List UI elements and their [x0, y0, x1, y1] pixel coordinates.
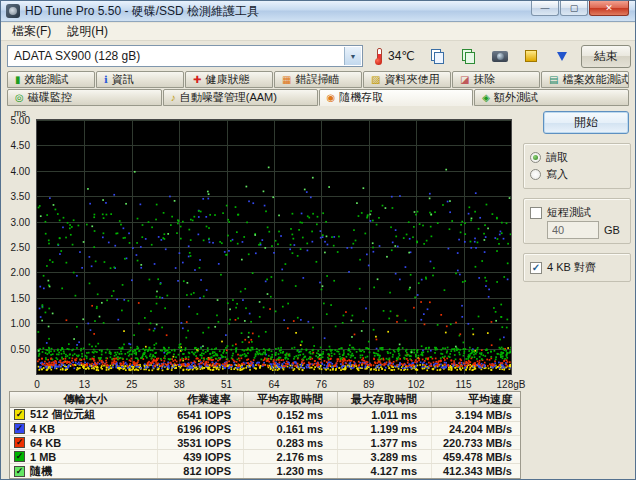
short-test-unit-label: GB: [604, 224, 620, 236]
read-option[interactable]: 讀取: [530, 149, 624, 166]
max-access-cell: 1.011 ms: [338, 408, 432, 421]
read-label: 讀取: [546, 150, 568, 165]
aam-icon: ♪: [171, 93, 176, 103]
avg-speed-cell: 24.204 MB/s: [432, 422, 520, 435]
avg-speed-cell: 412.343 MB/s: [432, 464, 520, 478]
max-access-cell: 4.127 ms: [338, 464, 432, 478]
header-max-access: 最大存取時間: [338, 392, 432, 407]
short-test-checkbox[interactable]: ✓: [530, 207, 542, 219]
header-ops-rate: 作業速率: [158, 392, 244, 407]
transfer-size-cell: ✓ 4 KB: [10, 422, 158, 435]
tab-row-1: ▮ 效能測試 ℹ 資訊 ✚ 健康狀態 ▦ 錯誤掃瞄 ▨ 資料夾使用 ◪ 抹除 ▤…: [7, 71, 629, 88]
file-benchmark-icon: ▤: [549, 75, 558, 85]
random-access-icon: ◉: [327, 93, 336, 103]
align-option[interactable]: ✓ 4 KB 對齊: [530, 259, 624, 276]
tab-aam[interactable]: ♪ 自動噪聲管理(AAM): [163, 89, 318, 106]
folder-usage-icon: ▨: [371, 75, 380, 85]
x-tick-label: 128gB: [497, 379, 526, 390]
write-radio[interactable]: [530, 169, 541, 180]
series-1mb-checkbox[interactable]: ✓: [14, 451, 25, 462]
x-axis-labels: 013253851647689102115128gB: [37, 379, 511, 391]
avg-access-cell: 0.152 ms: [244, 408, 338, 421]
write-option[interactable]: 寫入: [530, 166, 624, 183]
drive-select[interactable]: ADATA SX900 (128 gB) ▼: [7, 45, 363, 67]
tab-row-2: ◎ 磁碟監控 ♪ 自動噪聲管理(AAM) ◉ 隨機存取 ◈ 額外測試: [7, 89, 629, 106]
table-row: ✓ 4 KB 6196 IOPS 0.161 ms 1.199 ms 24.20…: [10, 422, 520, 436]
align-checkbox[interactable]: ✓: [530, 262, 542, 274]
short-test-group: ✓ 短程測試 GB: [523, 198, 631, 244]
menu-bar: 檔案(F) 說明(H): [1, 23, 635, 41]
series-label: 隨機: [30, 464, 52, 479]
header-avg-access: 平均存取時間: [244, 392, 338, 407]
window-controls: — ▢ ✕: [530, 1, 629, 16]
tab-folder-usage[interactable]: ▨ 資料夾使用: [363, 71, 451, 88]
exit-button[interactable]: 結束: [581, 45, 631, 68]
minimize-button[interactable]: —: [531, 1, 559, 16]
app-icon: [6, 4, 20, 18]
tab-label: 額外測試: [494, 90, 538, 105]
export-button[interactable]: [550, 44, 574, 68]
copy-image-button[interactable]: [457, 44, 481, 68]
y-tick-label: 1.00: [11, 318, 30, 329]
series-64kb-checkbox[interactable]: ✓: [14, 437, 25, 448]
tab-health-status[interactable]: ✚ 健康狀態: [185, 71, 273, 88]
tab-extra-tests[interactable]: ◈ 額外測試: [474, 89, 629, 106]
screenshot-button[interactable]: [488, 44, 512, 68]
camera-icon: [492, 51, 508, 62]
y-tick-label: 4.50: [11, 140, 30, 151]
ops-rate-cell: 812 IOPS: [158, 464, 244, 478]
tab-info[interactable]: ℹ 資訊: [96, 71, 184, 88]
tab-disk-monitor[interactable]: ◎ 磁碟監控: [7, 89, 162, 106]
tab-label: 自動噪聲管理(AAM): [180, 90, 277, 105]
y-tick-label: 1.50: [11, 293, 30, 304]
max-access-cell: 3.289 ms: [338, 450, 432, 463]
test-controls: 開始 讀取 寫入 ✓ 短程測試 GB: [521, 111, 631, 282]
series-4kb-checkbox[interactable]: ✓: [14, 423, 25, 434]
short-test-size-input[interactable]: [547, 221, 599, 239]
write-label: 寫入: [546, 167, 568, 182]
menu-file[interactable]: 檔案(F): [4, 22, 59, 41]
short-test-option[interactable]: ✓ 短程測試: [530, 204, 624, 221]
menu-help[interactable]: 說明(H): [59, 22, 116, 41]
table-row: ✓ 512 個位元組 6541 IOPS 0.152 ms 1.011 ms 3…: [10, 408, 520, 422]
maximize-button[interactable]: ▢: [560, 1, 588, 16]
header-avg-speed: 平均速度: [432, 392, 520, 407]
transfer-size-cell: ✓ 64 KB: [10, 436, 158, 449]
tab-label: 抹除: [473, 72, 495, 87]
copy-text-button[interactable]: [426, 44, 450, 68]
avg-access-cell: 0.283 ms: [244, 436, 338, 449]
series-random-checkbox[interactable]: ✓: [14, 466, 25, 477]
start-button[interactable]: 開始: [543, 111, 629, 134]
avg-speed-cell: 459.478 MB/s: [432, 450, 520, 463]
short-test-label: 短程測試: [547, 205, 591, 220]
tab-error-scan[interactable]: ▦ 錯誤掃瞄: [274, 71, 362, 88]
tab-label: 磁碟監控: [28, 90, 72, 105]
copy-image-icon: [462, 49, 475, 63]
mode-group: 讀取 寫入: [523, 143, 631, 189]
tab-erase[interactable]: ◪ 抹除: [452, 71, 540, 88]
transfer-size-cell: ✓ 隨機: [10, 464, 158, 478]
tab-random-access[interactable]: ◉ 隨機存取: [319, 89, 474, 106]
drive-select-value: ADATA SX900 (128 gB): [14, 49, 140, 63]
read-radio[interactable]: [530, 152, 541, 163]
avg-access-cell: 0.161 ms: [244, 422, 338, 435]
max-access-cell: 1.377 ms: [338, 436, 432, 449]
window-title: HD Tune Pro 5.50 - 硬碟/SSD 檢測維護工具: [25, 3, 259, 20]
table-row: ✓ 64 KB 3531 IOPS 0.283 ms 1.377 ms 220.…: [10, 436, 520, 450]
chevron-down-icon[interactable]: ▼: [344, 47, 361, 65]
tab-benchmark[interactable]: ▮ 效能測試: [7, 71, 95, 88]
header-transfer-size: 傳輸大小: [10, 392, 158, 407]
avg-speed-cell: 3.194 MB/s: [432, 408, 520, 421]
series-512-checkbox[interactable]: ✓: [14, 409, 25, 420]
copy-icon: [431, 49, 444, 63]
download-arrow-icon: [557, 52, 567, 61]
ops-rate-cell: 3531 IOPS: [158, 436, 244, 449]
tab-file-benchmark[interactable]: ▤ 檔案效能測試: [541, 71, 629, 88]
x-tick-label: 13: [79, 379, 90, 390]
disk-monitor-icon: ◎: [15, 93, 24, 103]
results-table: 傳輸大小 作業速率 平均存取時間 最大存取時間 平均速度 ✓ 512 個位元組 …: [9, 391, 521, 479]
random-access-panel: ms 5.004.504.003.503.002.502.001.501.000…: [1, 107, 635, 389]
close-button[interactable]: ✕: [589, 1, 629, 16]
save-button[interactable]: [519, 44, 543, 68]
random-access-chart: [36, 119, 512, 375]
